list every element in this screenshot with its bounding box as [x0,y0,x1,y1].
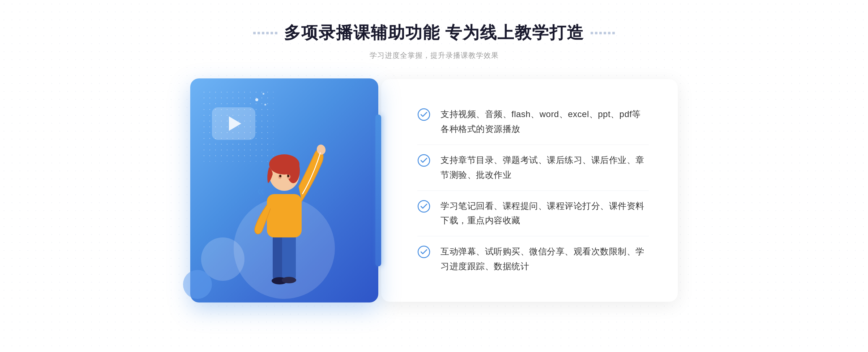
title-dots-right [591,32,615,34]
svg-rect-5 [267,194,302,237]
svg-point-14 [418,109,430,120]
page-title: 多项录播课辅助功能 专为线上教学打造 [284,22,584,44]
sparkle-2 [263,93,264,95]
deco-circle-inner-2 [183,270,212,299]
content-section: 支持视频、音频、flash、word、excel、ppt、pdf等各种格式的资源… [181,78,687,302]
feature-text-2: 支持章节目录、弹题考试、课后练习、课后作业、章节测验、批改作业 [441,153,649,183]
svg-point-9 [287,158,300,183]
title-dots-left [253,32,277,34]
feature-item-2: 支持章节目录、弹题考试、课后练习、课后作业、章节测验、批改作业 [417,145,649,191]
feature-item-4: 互动弹幕、试听购买、微信分享、观看次数限制、学习进度跟踪、数据统计 [417,236,649,282]
check-icon-4 [417,245,430,258]
svg-point-4 [282,277,296,283]
illustration-card [190,78,378,302]
page-subtitle: 学习进度全掌握，提升录播课教学效果 [253,51,615,60]
check-icon-2 [417,154,430,167]
feature-item-1: 支持视频、音频、flash、word、excel、ppt、pdf等各种格式的资源… [417,99,649,145]
svg-rect-2 [282,234,296,281]
svg-point-15 [418,155,430,166]
svg-point-16 [418,201,430,212]
header-section: 多项录播课辅助功能 专为线上教学打造 学习进度全掌握，提升录播课教学效果 [253,22,615,60]
vertical-bar [375,115,381,266]
svg-point-13 [287,175,289,177]
check-icon-3 [417,200,430,213]
feature-item-3: 学习笔记回看、课程提问、课程评论打分、课件资料下载，重点内容收藏 [417,191,649,237]
svg-point-12 [279,175,281,177]
feature-text-4: 互动弹幕、试听购买、微信分享、观看次数限制、学习进度跟踪、数据统计 [441,244,649,274]
chevron-left-icon: « [257,183,265,199]
svg-point-17 [418,246,430,258]
feature-text-1: 支持视频、音频、flash、word、excel、ppt、pdf等各种格式的资源… [441,107,649,137]
features-card: 支持视频、音频、flash、word、excel、ppt、pdf等各种格式的资源… [381,79,678,301]
check-icon-1 [417,108,430,121]
feature-text-3: 学习笔记回看、课程提问、课程评论打分、课件资料下载，重点内容收藏 [441,199,649,228]
sparkle-1 [255,98,258,101]
page-container: 多项录播课辅助功能 专为线上教学打造 学习进度全掌握，提升录播课教学效果 [0,0,868,352]
sparkle-3 [264,104,266,106]
title-row: 多项录播课辅助功能 专为线上教学打造 [253,22,615,44]
person-illustration [226,111,342,302]
